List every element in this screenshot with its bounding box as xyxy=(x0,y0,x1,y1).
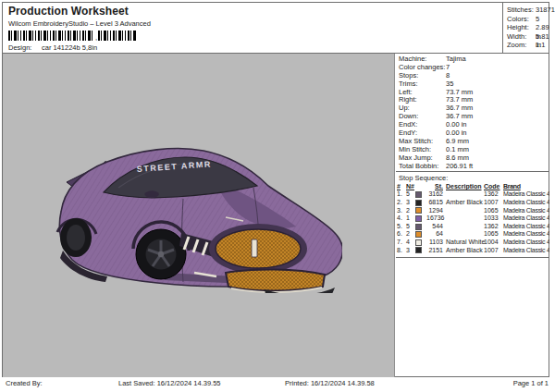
stitch-count: 6815 xyxy=(426,199,446,207)
design-canvas: STREET ARMR xyxy=(3,54,395,377)
thread-description: Amber Black xyxy=(446,247,484,255)
thread-swatch xyxy=(415,239,422,246)
machine-row: Total Bobbin: 206.91 ft xyxy=(399,163,549,171)
thread-swatch xyxy=(415,224,422,230)
stats-row: Height: 2.89 in xyxy=(507,23,550,32)
thread-code: 1007 xyxy=(484,247,503,255)
seq-number: 8. xyxy=(397,247,406,255)
machine-row: EndX: 0.00 in xyxy=(399,121,549,129)
stats-box: Stitches: 31871 Colors: 5 Height: 2.89 i… xyxy=(502,3,550,53)
needle-number: 4 xyxy=(406,239,415,247)
thread-code: 1004 xyxy=(484,239,503,247)
needle-number: 2 xyxy=(406,230,415,239)
thread-swatch-cell xyxy=(415,190,426,199)
col-description: Description xyxy=(446,182,484,190)
seq-number: 3. xyxy=(397,207,406,215)
stop-sequence-row: 6. 2 64 1065 Madeira Classic 40 xyxy=(397,230,549,239)
stats-value: 5.81 in xyxy=(536,32,550,42)
stats-row: Zoom: 1:1 xyxy=(507,41,550,50)
printed-text: Printed: 16/12/2024 14.39.58 xyxy=(285,379,375,387)
thread-brand: Madeira Classic 40 xyxy=(503,190,549,199)
thread-brand: Madeira Classic 40 xyxy=(503,223,549,231)
stop-sequence-header: # N# St. Description Code Brand xyxy=(397,182,549,190)
thread-brand: Madeira Classic 40 xyxy=(503,207,549,215)
footer: Created By: Last Saved: 16/12/2024 14.39… xyxy=(2,379,549,390)
stats-label: Stitches: xyxy=(507,6,536,15)
stats-row: Stitches: 31871 xyxy=(507,6,550,15)
stats-value: 2.89 in xyxy=(536,23,550,32)
needle-number: 5 xyxy=(406,223,415,231)
stop-sequence-row: 8. 3 2151 Amber Black 1007 Madeira Class… xyxy=(397,247,549,255)
thread-swatch-cell xyxy=(415,247,426,255)
machine-label: Total Bobbin: xyxy=(399,163,446,171)
stop-sequence-row: 5. 5 544 1362 Madeira Classic 40 xyxy=(397,223,549,231)
seq-number: 4. xyxy=(397,214,406,223)
col-st: St. xyxy=(426,182,446,190)
machine-info: Machine: Tajima Color changes: 7 Stops: … xyxy=(396,54,549,171)
needle-number: 2 xyxy=(406,207,415,215)
thread-brand: Madeira Classic 40 xyxy=(503,230,549,239)
needle-number: 3 xyxy=(406,247,415,255)
seq-number: 7. xyxy=(397,239,406,247)
needle-number: 5 xyxy=(406,190,415,199)
stitch-count: 1294 xyxy=(426,207,446,215)
barcode-separator: , xyxy=(95,35,97,41)
front-wheel xyxy=(133,222,189,279)
thread-swatch-cell xyxy=(415,230,426,239)
barcode-segment-2 xyxy=(98,31,136,41)
design-value: car 141224b 5,8in xyxy=(42,43,97,52)
machine-row: Left: 73.7 mm xyxy=(399,89,549,97)
thread-description: Amber Black xyxy=(446,199,484,207)
grille xyxy=(209,224,307,274)
thread-swatch xyxy=(415,247,422,253)
stats-label: Width: xyxy=(507,32,536,42)
header: Production Worksheet Wilcom EmbroiderySt… xyxy=(3,3,549,54)
stop-sequence-row: 7. 4 1103 Natural White 1004 Madeira Cla… xyxy=(397,239,549,247)
thread-swatch-cell xyxy=(415,214,426,223)
info-panel: Machine: Tajima Color changes: 7 Stops: … xyxy=(396,54,549,258)
stats-label: Colors: xyxy=(507,15,536,24)
stitch-count: 1103 xyxy=(426,239,446,247)
stats-label: Zoom: xyxy=(507,41,536,50)
stats-value: 5 xyxy=(536,15,539,24)
seq-number: 2. xyxy=(397,199,406,207)
thread-brand: Madeira Classic 40 xyxy=(503,239,549,247)
machine-row: Up: 36.7 mm xyxy=(399,104,549,113)
needle-number: 1 xyxy=(406,214,415,223)
seq-number: 6. xyxy=(397,230,406,239)
thread-swatch xyxy=(415,231,422,238)
needle-number: 3 xyxy=(406,199,415,207)
thread-code: 1362 xyxy=(484,223,503,231)
col-n: N# xyxy=(406,182,415,190)
thread-swatch-cell xyxy=(415,239,426,247)
stitch-count: 544 xyxy=(426,223,446,231)
thread-swatch xyxy=(415,215,422,222)
stop-sequence-row: 1. 5 3162 1362 Madeira Classic 40 xyxy=(397,190,549,199)
thread-code: 1362 xyxy=(484,190,503,199)
stop-sequence-row: 4. 1 16736 1033 Madeira Classic 40 xyxy=(397,214,549,223)
barcode-segment-1 xyxy=(8,31,94,41)
machine-row: Trims: 35 xyxy=(399,80,549,89)
created-by-label: Created By: xyxy=(6,379,43,387)
design-label: Design: xyxy=(8,43,42,52)
stitch-count: 2151 xyxy=(426,247,446,255)
production-worksheet-page: Production Worksheet Wilcom EmbroiderySt… xyxy=(0,0,555,392)
thread-code: 1065 xyxy=(484,207,503,215)
col-seq: # xyxy=(397,182,406,190)
stop-sequence-row: 3. 2 1294 1065 Madeira Classic 40 xyxy=(397,207,549,215)
machine-row: Stops: 8 xyxy=(399,72,549,80)
worksheet-sheet: Production Worksheet Wilcom EmbroiderySt… xyxy=(2,2,549,377)
stats-row: Colors: 5 xyxy=(507,15,550,24)
stop-sequence-section: Stop Sequence: # N# St. Description Code… xyxy=(396,171,549,258)
thread-brand: Madeira Classic 40 xyxy=(503,214,549,223)
machine-row: Color changes: 7 xyxy=(399,64,549,72)
thread-code: 1033 xyxy=(484,214,503,223)
stats-value: 1:1 xyxy=(536,41,545,50)
machine-row: Down: 36.7 mm xyxy=(399,113,549,121)
thread-swatch xyxy=(415,207,422,214)
thread-swatch-cell xyxy=(415,223,426,231)
thread-brand: Madeira Classic 40 xyxy=(503,199,549,207)
thread-swatch xyxy=(415,200,422,206)
thread-code: 1007 xyxy=(484,199,503,207)
app-subtitle: Wilcom EmbroideryStudio – Level 3 Advanc… xyxy=(8,19,151,28)
